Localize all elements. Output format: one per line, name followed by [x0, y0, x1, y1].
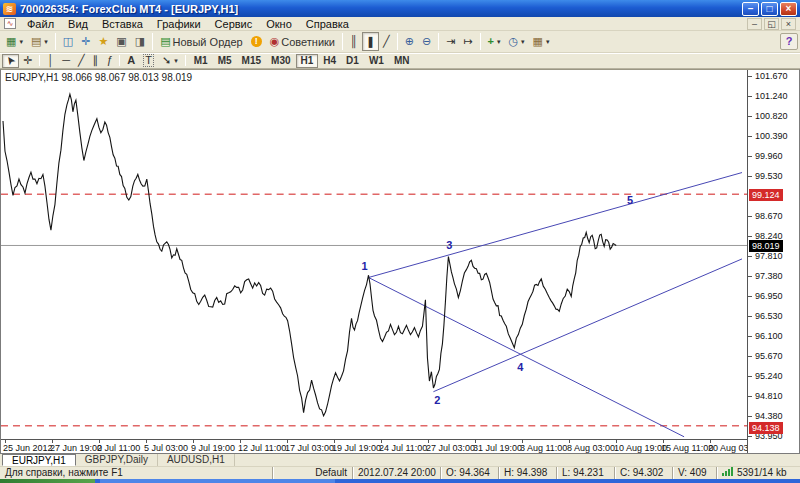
chart-window: 12345 EURJPY,H1 98.066 98.067 98.013 98.…: [0, 69, 800, 454]
market-watch-button[interactable]: ◫: [59, 32, 77, 51]
minimize-button[interactable]: –: [742, 2, 759, 16]
navigator-button[interactable]: ★: [94, 32, 112, 51]
price-tick-mark: [748, 336, 752, 337]
terminal-icon: ▣: [116, 36, 126, 47]
close-button[interactable]: ×: [780, 2, 797, 16]
time-tick-label: 25 Jun 2012: [3, 443, 53, 453]
toolbar-separator: [152, 33, 153, 50]
price-tick-mark: [748, 176, 752, 177]
terminal-button[interactable]: ▣: [112, 32, 130, 51]
timeframe-m30-button[interactable]: M30: [266, 54, 295, 68]
vertical-line-button[interactable]: │: [43, 54, 58, 68]
chevron-down-icon: ▾: [19, 38, 23, 46]
periods-button[interactable]: ◷ ▾: [504, 32, 528, 51]
toolbar-separator: [185, 55, 186, 66]
trendline-button[interactable]: ╱: [74, 54, 89, 68]
window-title: 700026354: ForexClub MT4 - [EURJPY,H1]: [20, 3, 742, 15]
tab-eurjpy-h1[interactable]: EURJPY,H1: [2, 454, 76, 466]
alert-level-badge: 99.124: [749, 189, 783, 201]
indicators-button[interactable]: + ▾: [484, 32, 505, 51]
timeframe-d1-button[interactable]: D1: [341, 54, 364, 68]
time-tick-label: 31 Jul 19:00: [473, 443, 522, 453]
horizontal-line-button[interactable]: ─: [58, 54, 74, 68]
text-tool-icon: A: [127, 55, 135, 66]
timeframe-w1-button[interactable]: W1: [364, 54, 389, 68]
toolbar-separator: [438, 33, 439, 50]
fibonacci-icon: ƒ: [106, 55, 112, 66]
mdi-restore-button[interactable]: ◱: [764, 18, 779, 30]
price-series-path: [3, 94, 616, 416]
candlestick-chart-icon: ❚: [366, 36, 375, 47]
menu-insert[interactable]: Вставка: [95, 18, 150, 30]
timeframe-mn-button[interactable]: MN: [389, 54, 415, 68]
help-button[interactable]: ?: [780, 33, 798, 50]
time-tick-label: 24 Jul 11:00: [379, 443, 427, 453]
mdi-close-button[interactable]: ×: [781, 18, 796, 30]
zoom-out-button[interactable]: ⊖: [418, 32, 435, 51]
alert-button[interactable]: !: [247, 32, 266, 51]
menu-charts[interactable]: Графики: [150, 18, 208, 30]
fibonacci-button[interactable]: ƒ: [102, 54, 116, 68]
expert-advisors-button[interactable]: ◉ Советники: [266, 32, 339, 51]
price-chart[interactable]: 12345 EURJPY,H1 98.066 98.067 98.013 98.…: [1, 70, 747, 439]
crosshair-button[interactable]: ✛: [19, 54, 36, 68]
maximize-button[interactable]: □: [761, 2, 778, 16]
line-chart-button[interactable]: ╱: [379, 32, 394, 51]
chevron-down-icon: ▾: [44, 38, 48, 46]
chevron-down-icon: ▾: [174, 57, 178, 65]
chart-shift-button[interactable]: ↦: [459, 32, 476, 51]
price-tick-label: 99.530: [755, 171, 783, 181]
trendline-icon: ╱: [78, 55, 85, 66]
mdi-minimize-button[interactable]: –: [747, 18, 762, 30]
zoom-in-button[interactable]: ⊕: [401, 32, 418, 51]
text-label-button[interactable]: T: [139, 54, 158, 68]
menu-view[interactable]: Вид: [61, 18, 95, 30]
new-order-button[interactable]: ▤ Новый Ордер: [156, 32, 247, 51]
timeframe-h4-button[interactable]: H4: [318, 54, 341, 68]
chevron-down-icon: ▾: [546, 38, 550, 46]
time-tick-label: 12 Jul 11:00: [238, 443, 286, 453]
text-tool-button[interactable]: A: [123, 54, 139, 68]
strategy-tester-icon: ◨: [135, 36, 145, 47]
timeframe-m15-button[interactable]: M15: [237, 54, 266, 68]
trendline: [369, 278, 685, 437]
strategy-tester-button[interactable]: ◨: [131, 32, 149, 51]
price-tick-label: 96.100: [755, 331, 783, 341]
status-help-text: Для справки, нажмите F1: [0, 467, 272, 479]
price-tick-mark: [748, 76, 752, 77]
menu-bar: ∿ Файл Вид Вставка Графики Сервис Окно С…: [0, 17, 800, 31]
timeframe-h1-button[interactable]: H1: [296, 54, 319, 68]
candlestick-chart-button[interactable]: ❚: [362, 32, 379, 51]
standard-toolbar: ▦ ▾ ▤ ▾ ◫ ✛ ★ ▣ ◨ ▤ Новый Ордер ! ◉ Сове…: [0, 31, 800, 53]
timeframe-m1-button[interactable]: M1: [189, 54, 213, 68]
tab-audusd-h1[interactable]: AUDUSD,H1: [158, 454, 235, 466]
price-tick-label: 95.240: [755, 371, 783, 381]
data-window-button[interactable]: ✛: [77, 32, 94, 51]
price-tick-mark: [748, 256, 752, 257]
auto-scroll-button[interactable]: ⇥: [442, 32, 459, 51]
profiles-button[interactable]: ▤ ▾: [27, 32, 52, 51]
menu-file[interactable]: Файл: [20, 18, 61, 30]
arrows-button[interactable]: ➘ ▾: [158, 54, 182, 68]
menu-window[interactable]: Окно: [259, 18, 299, 30]
title-bar: ≋ 700026354: ForexClub MT4 - [EURJPY,H1]…: [0, 0, 800, 17]
indicators-plus-icon: +: [488, 36, 494, 47]
line-studies-toolbar: ➤ ✛ │ ─ ╱ ∥ ƒ A T ➘ ▾ M1 M5 M15 M30 H1 H…: [0, 53, 800, 69]
tab-gbpjpy-daily[interactable]: GBPJPY,Daily: [76, 454, 158, 466]
cursor-button[interactable]: ➤: [2, 54, 19, 68]
templates-button[interactable]: ▦ ▾: [529, 32, 554, 51]
price-tick-mark: [748, 416, 752, 417]
wave-label: 4: [517, 361, 524, 373]
menu-tools[interactable]: Сервис: [208, 18, 260, 30]
bar-chart-button[interactable]: ║: [346, 32, 362, 51]
status-high-price: H: 94.398: [498, 467, 556, 479]
price-tick-mark: [748, 96, 752, 97]
price-tick-label: 96.530: [755, 311, 783, 321]
timeframe-m5-button[interactable]: M5: [213, 54, 237, 68]
channel-button[interactable]: ∥: [89, 54, 103, 68]
status-close-price: C: 94.302: [614, 467, 672, 479]
menu-help[interactable]: Справка: [299, 18, 356, 30]
connection-signal-icon: [722, 467, 733, 476]
time-tick-label: 5 Jul 03:00: [144, 443, 188, 453]
new-chart-button[interactable]: ▦ ▾: [2, 32, 27, 51]
